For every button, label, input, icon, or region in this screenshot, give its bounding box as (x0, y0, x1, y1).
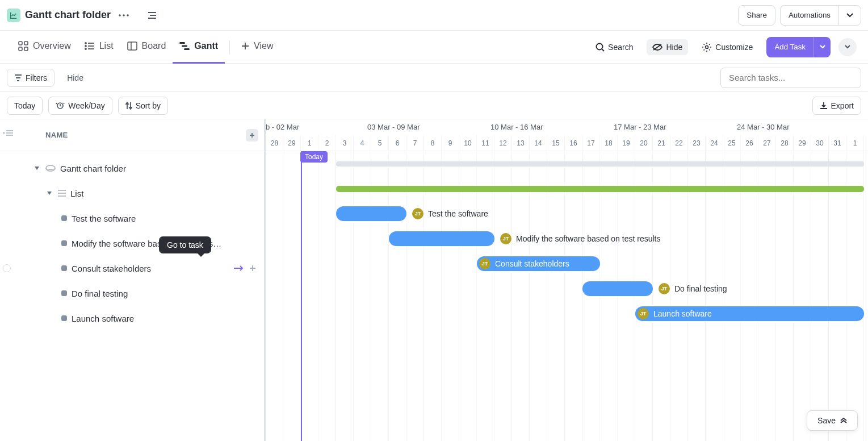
day-cell[interactable]: 5 (371, 135, 389, 151)
day-cell[interactable]: 10 (459, 135, 477, 151)
svg-rect-3 (19, 41, 22, 45)
assignee-avatar[interactable]: JT (412, 208, 423, 219)
day-cell[interactable]: 22 (670, 135, 688, 151)
day-cell[interactable]: 6 (389, 135, 406, 151)
hide-button[interactable]: Hide (647, 39, 688, 55)
task-row[interactable]: Modify the software based on test result… (0, 231, 264, 256)
day-cell[interactable]: 2 (318, 135, 336, 151)
assignee-avatar[interactable]: JT (479, 258, 490, 269)
select-row-radio[interactable] (3, 264, 11, 272)
day-cell[interactable]: 26 (741, 135, 758, 151)
progress-bar[interactable] (336, 186, 864, 192)
task-row-hovered[interactable]: Consult stakeholders (0, 256, 264, 281)
share-button[interactable]: Share (738, 5, 775, 26)
today-button[interactable]: Today (7, 97, 43, 115)
automations-caret[interactable] (838, 5, 861, 26)
day-cell[interactable]: 17 (582, 135, 600, 151)
folder-title-chip[interactable]: Gantt chart folder (7, 9, 111, 22)
day-cell[interactable]: 20 (635, 135, 653, 151)
task-bar[interactable]: JTConsult stakeholders (477, 256, 600, 271)
day-cell[interactable]: 8 (424, 135, 442, 151)
svg-rect-10 (128, 42, 137, 50)
day-cell[interactable]: 23 (688, 135, 706, 151)
assignee-avatar[interactable]: JT (638, 308, 649, 319)
svg-point-9 (85, 48, 86, 49)
assignee-avatar[interactable]: JT (659, 283, 670, 294)
add-task-button[interactable]: Add Task (766, 37, 814, 57)
tab-overview[interactable]: Overview (11, 31, 78, 64)
add-view-button[interactable]: View (234, 31, 280, 64)
sortby-button[interactable]: Sort by (118, 97, 168, 115)
tabs-row: Overview List Board Gantt View Search Hi… (0, 31, 868, 64)
day-cell[interactable]: 15 (547, 135, 565, 151)
gantt-body[interactable]: Today JTTest the softwareJTModify the so… (266, 151, 868, 441)
day-cell[interactable]: 28 (266, 135, 283, 151)
caret-down-icon[interactable] (33, 167, 41, 170)
hide-filters-button[interactable]: Hide (61, 73, 89, 82)
task-bar[interactable]: JTDo final testing (582, 281, 653, 296)
gantt-row: JTTest the software (266, 201, 868, 226)
day-cell[interactable]: 19 (618, 135, 635, 151)
day-cell[interactable]: 31 (829, 135, 846, 151)
zoom-weekday-button[interactable]: Week/Day (48, 97, 112, 115)
day-cell[interactable]: 25 (723, 135, 741, 151)
task-bar[interactable]: JTTest the software (336, 206, 406, 221)
more-icon[interactable] (115, 7, 132, 24)
tab-list[interactable]: List (78, 31, 120, 64)
status-dot-icon (61, 315, 67, 321)
tree-folder-row[interactable]: Gantt chart folder (0, 156, 264, 181)
task-row[interactable]: Test the software (0, 206, 264, 231)
search-button[interactable]: Search (590, 39, 639, 55)
export-button[interactable]: Export (812, 97, 861, 115)
add-task-caret[interactable] (814, 37, 831, 57)
day-cell[interactable]: 11 (477, 135, 494, 151)
gantt-row: JTDo final testing (266, 276, 868, 301)
task-bar[interactable]: JTModify the software based on test resu… (389, 231, 494, 246)
collapse-tree-icon[interactable] (144, 7, 161, 24)
filters-button[interactable]: Filters (7, 69, 54, 87)
svg-point-2 (127, 14, 129, 16)
customize-button[interactable]: Customize (696, 39, 758, 56)
day-cell[interactable]: 30 (811, 135, 829, 151)
day-cell[interactable]: 3 (336, 135, 354, 151)
collapse-sidebar-icon[interactable] (3, 130, 14, 136)
day-cell[interactable]: 4 (354, 135, 371, 151)
gantt-row: JTLaunch software (266, 301, 868, 326)
bar-label: Launch software (653, 309, 712, 318)
task-bar[interactable]: JTLaunch software (635, 306, 864, 321)
caret-down-icon[interactable] (45, 192, 53, 195)
task-row[interactable]: Do final testing (0, 281, 264, 306)
day-cell[interactable]: 1 (301, 135, 318, 151)
day-cell[interactable]: 1 (846, 135, 864, 151)
summary-bar[interactable] (336, 161, 864, 167)
day-cell[interactable]: 29 (794, 135, 811, 151)
more-menu-button[interactable] (838, 38, 857, 56)
day-cell[interactable]: 9 (442, 135, 459, 151)
tab-gantt[interactable]: Gantt (173, 31, 225, 64)
task-row[interactable]: Launch software (0, 306, 264, 331)
day-cell[interactable]: 7 (406, 135, 424, 151)
day-cell[interactable]: 12 (494, 135, 512, 151)
day-cell[interactable]: 29 (283, 135, 301, 151)
add-subtask-icon[interactable] (249, 265, 256, 272)
day-cell[interactable]: 18 (600, 135, 618, 151)
day-cell[interactable]: 16 (565, 135, 582, 151)
tree-list-row[interactable]: List (0, 181, 264, 206)
task-label: Modify the software based on test result… (72, 239, 225, 248)
tree-folder-label: Gantt chart folder (60, 164, 126, 173)
day-cell[interactable]: 27 (758, 135, 776, 151)
task-label: Test the software (72, 214, 136, 223)
day-cell[interactable]: 28 (776, 135, 794, 151)
automations-button[interactable]: Automations (780, 5, 838, 26)
go-to-task-icon[interactable] (233, 265, 244, 272)
day-cell[interactable]: 13 (512, 135, 530, 151)
tab-board[interactable]: Board (120, 31, 173, 64)
day-cell[interactable]: 24 (706, 135, 723, 151)
add-column-button[interactable] (246, 129, 258, 142)
save-button[interactable]: Save (807, 410, 858, 431)
gantt-toolbar: Today Week/Day Sort by Export (0, 92, 868, 119)
search-tasks-input[interactable] (720, 68, 861, 88)
day-cell[interactable]: 21 (653, 135, 670, 151)
day-cell[interactable]: 14 (530, 135, 547, 151)
assignee-avatar[interactable]: JT (500, 233, 511, 244)
